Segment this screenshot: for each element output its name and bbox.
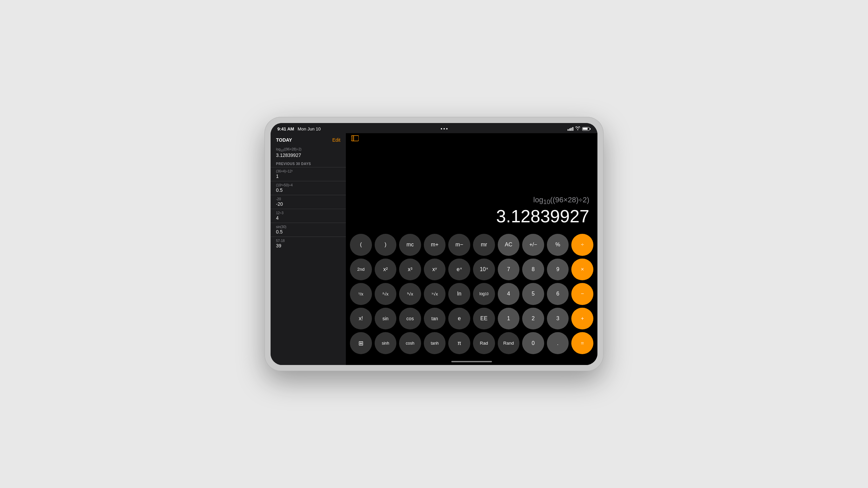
history-expression-1: (10²+50)÷4 (276, 183, 340, 187)
btn-open-paren[interactable]: ( (350, 234, 372, 256)
bar4 (572, 127, 573, 131)
dot2 (443, 128, 445, 129)
btn-3[interactable]: 3 (547, 308, 569, 330)
btn-decimal[interactable]: . (547, 332, 569, 354)
btn-subtract[interactable]: − (571, 283, 593, 305)
btn-rand[interactable]: Rand (498, 332, 520, 354)
btn-e-power-x[interactable]: eˣ (448, 259, 470, 281)
btn-8[interactable]: 8 (522, 259, 544, 281)
display-expression: log10((96×28)÷2) (533, 196, 589, 206)
btn-equals[interactable]: = (571, 332, 593, 354)
history-item-0[interactable]: (36×4)÷12² 1 (271, 167, 346, 181)
history-expression-3: 12÷3 (276, 211, 340, 215)
status-time: 9:41 AM (277, 126, 294, 131)
history-list: log10((96×28)÷2) 3.12839927 PREVIOUS 30 … (271, 145, 346, 365)
status-right (568, 126, 591, 131)
dot3 (446, 128, 448, 129)
wifi-icon (575, 126, 580, 131)
history-expression-2: -20 (276, 197, 340, 201)
history-item-4[interactable]: sin(30) 0.5 (271, 223, 346, 237)
history-expression-5: 57-18 (276, 239, 340, 243)
btn-ee[interactable]: EE (473, 308, 495, 330)
main-content: TODAY Edit log10((96×28)÷2) 3.12839927 P… (271, 133, 597, 365)
btn-sinh[interactable]: sinh (375, 332, 397, 354)
sidebar-title: TODAY (276, 137, 292, 143)
btn-m-minus[interactable]: m− (448, 234, 470, 256)
signal-bars-icon (568, 127, 573, 131)
btn-add[interactable]: + (571, 308, 593, 330)
btn-e[interactable]: e (448, 308, 470, 330)
edit-button[interactable]: Edit (332, 137, 340, 143)
toolbar (346, 133, 597, 145)
bar2 (569, 128, 570, 131)
btn-log10[interactable]: log10 (473, 283, 495, 305)
ipad-frame: 9:41 AM Mon Jun 10 (264, 117, 604, 371)
btn-2nd[interactable]: 2nd (350, 259, 372, 281)
btn-sqrt-y[interactable]: ʸ√x (424, 283, 446, 305)
home-indicator (451, 361, 492, 362)
btn-reciprocal[interactable]: ¹/x (350, 283, 372, 305)
btn-plus-minus[interactable]: +/− (522, 234, 544, 256)
btn-10-power-x[interactable]: 10ˣ (473, 259, 495, 281)
status-center-dots (441, 128, 448, 129)
status-time-date: 9:41 AM Mon Jun 10 (277, 126, 321, 132)
history-result-3: 4 (276, 215, 340, 221)
btn-grid[interactable]: ⊞ (350, 332, 372, 354)
history-item-3[interactable]: 12÷3 4 (271, 209, 346, 223)
btn-multiply[interactable]: × (571, 259, 593, 281)
btn-9[interactable]: 9 (547, 259, 569, 281)
history-result-4: 0.5 (276, 229, 340, 235)
today-expression-0: log10((96×28)÷2) (276, 147, 340, 152)
btn-divide[interactable]: ÷ (571, 234, 593, 256)
btn-pi[interactable]: π (448, 332, 470, 354)
sidebar-header: TODAY Edit (271, 133, 346, 145)
btn-sqrt-2[interactable]: ²√x (375, 283, 397, 305)
sidebar-toggle-icon[interactable] (351, 135, 359, 143)
btn-ln[interactable]: ln (448, 283, 470, 305)
btn-x-cubed[interactable]: x³ (399, 259, 421, 281)
calculator-display: log10((96×28)÷2) 3.12839927 (346, 145, 597, 231)
history-result-1: 0.5 (276, 187, 340, 193)
status-date: Mon Jun 10 (298, 126, 321, 131)
btn-factorial[interactable]: x! (350, 308, 372, 330)
history-result-2: -20 (276, 201, 340, 207)
buttons-grid: ( ) mc m+ m− mr AC +/− % ÷ 2nd x² x³ xʸ … (346, 231, 597, 361)
btn-tan[interactable]: tan (424, 308, 446, 330)
history-item-2[interactable]: -20 -20 (271, 195, 346, 209)
btn-tanh[interactable]: tanh (424, 332, 446, 354)
display-result: 3.12839927 (496, 207, 589, 226)
btn-m-plus[interactable]: m+ (424, 234, 446, 256)
btn-5[interactable]: 5 (522, 283, 544, 305)
btn-sin[interactable]: sin (375, 308, 397, 330)
btn-mr[interactable]: mr (473, 234, 495, 256)
btn-7[interactable]: 7 (498, 259, 520, 281)
btn-6[interactable]: 6 (547, 283, 569, 305)
btn-2[interactable]: 2 (522, 308, 544, 330)
bar3 (571, 128, 572, 131)
btn-sqrt-3[interactable]: ³√x (399, 283, 421, 305)
btn-cosh[interactable]: cosh (399, 332, 421, 354)
btn-mc[interactable]: mc (399, 234, 421, 256)
btn-rad[interactable]: Rad (473, 332, 495, 354)
svg-rect-2 (352, 136, 353, 141)
history-result-5: 39 (276, 243, 340, 248)
btn-percent[interactable]: % (547, 234, 569, 256)
history-item-1[interactable]: (10²+50)÷4 0.5 (271, 181, 346, 195)
btn-1[interactable]: 1 (498, 308, 520, 330)
sidebar: TODAY Edit log10((96×28)÷2) 3.12839927 P… (271, 133, 346, 365)
battery-icon (582, 127, 591, 131)
btn-x-squared[interactable]: x² (375, 259, 397, 281)
btn-x-power-y[interactable]: xʸ (424, 259, 446, 281)
btn-close-paren[interactable]: ) (375, 234, 397, 256)
previous-section-label: PREVIOUS 30 DAYS (271, 160, 346, 167)
history-result-0: 1 (276, 174, 340, 179)
calculator: log10((96×28)÷2) 3.12839927 ( ) mc m+ m−… (346, 133, 597, 365)
btn-4[interactable]: 4 (498, 283, 520, 305)
status-bar: 9:41 AM Mon Jun 10 (271, 123, 597, 133)
btn-ac[interactable]: AC (498, 234, 520, 256)
today-history-item-0[interactable]: log10((96×28)÷2) 3.12839927 (271, 145, 346, 160)
btn-0[interactable]: 0 (522, 332, 544, 354)
today-result-0: 3.12839927 (276, 152, 340, 158)
btn-cos[interactable]: cos (399, 308, 421, 330)
history-item-5[interactable]: 57-18 39 (271, 237, 346, 250)
